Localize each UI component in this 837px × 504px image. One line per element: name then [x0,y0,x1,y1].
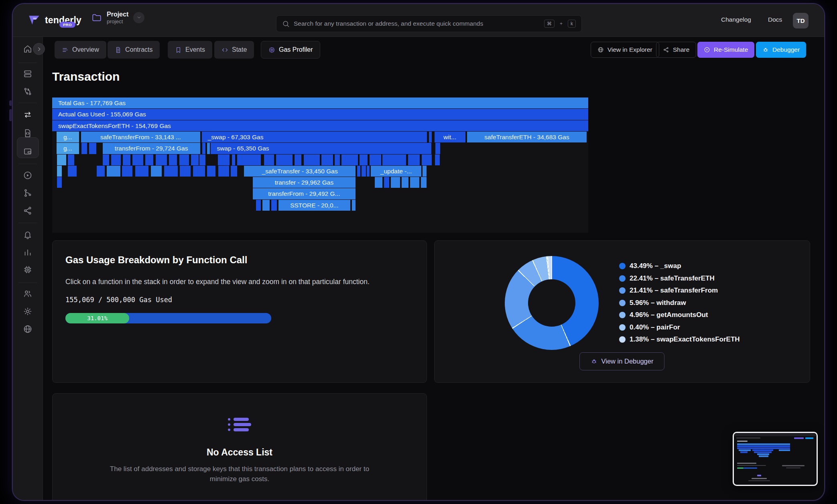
flame-bar[interactable] [384,177,389,188]
sidebar-item-analytics[interactable] [23,248,33,257]
flame-bar[interactable]: safeTransferFrom - 33,143 ... [81,132,200,142]
flame-bar[interactable]: g... [57,143,79,154]
flame-bar[interactable]: wit... [435,132,465,142]
sidebar-item-forks[interactable] [23,188,33,198]
sidebar-item-alerts[interactable] [23,230,33,240]
user-avatar[interactable]: TD [793,13,809,28]
legend-item[interactable]: 5.96% – withdraw [619,300,740,307]
flame-bar[interactable]: _safeTransfer - 33,450 Gas [244,166,356,177]
flame-bar[interactable] [295,154,301,165]
sidebar-item-collaborators[interactable] [23,289,33,299]
flame-bar[interactable]: Total Gas - 177,769 Gas [52,98,588,108]
flame-bar[interactable] [423,166,426,177]
flame-bar[interactable] [207,166,215,177]
minimap-thumbnail[interactable] [733,432,818,486]
flame-bar[interactable] [422,154,432,165]
flame-bar[interactable]: swap - 65,350 Gas [211,143,431,154]
flame-bar[interactable] [304,154,320,165]
flame-bar[interactable]: transfer - 29,962 Gas [253,177,356,188]
flame-bar[interactable] [89,143,96,154]
flame-bar[interactable] [370,154,381,165]
flame-bar[interactable] [264,154,274,165]
flame-bar[interactable] [362,166,366,177]
sidebar-item-contracts[interactable] [23,128,33,138]
flame-bar[interactable] [429,132,432,142]
flame-bar[interactable] [382,154,406,165]
sidebar-item-simulator[interactable] [23,171,33,180]
project-selector[interactable]: Project project [91,10,144,24]
flame-bar[interactable] [107,166,120,177]
flame-bar[interactable] [321,154,333,165]
flame-bar[interactable] [271,200,276,211]
flame-bar[interactable]: _swap - 67,303 Gas [202,132,427,142]
flame-bar[interactable] [103,154,109,165]
legend-item[interactable]: 22.41% – safeTransferETH [619,275,740,282]
flame-bar[interactable] [122,166,133,177]
flame-bar[interactable] [123,154,130,165]
flame-bar[interactable] [164,166,177,177]
flame-bar[interactable] [375,177,382,188]
flame-bar[interactable]: Actual Gas Used - 155,069 Gas [52,109,588,120]
flame-bar[interactable] [151,166,162,177]
flame-bar[interactable]: safeTransferETH - 34,683 Gas [467,132,587,142]
view-in-explorer-button[interactable]: View in Explorer [591,42,659,58]
flame-bar[interactable] [341,154,358,165]
flame-bar[interactable] [132,154,143,165]
flame-bar[interactable] [199,154,205,165]
flame-bar[interactable]: transferFrom - 29,724 Gas [103,143,200,154]
flame-bar[interactable] [408,154,420,165]
flame-bar[interactable] [367,166,370,177]
sidebar-item-wallets[interactable] [23,146,33,156]
flame-bar[interactable] [97,166,105,177]
search-input[interactable]: Search for any transaction or address, a… [276,15,582,32]
flame-bar[interactable] [262,200,270,211]
flame-bar[interactable] [193,166,205,177]
sidebar-item-home[interactable] [23,44,33,54]
flame-bar[interactable]: g... [57,132,79,142]
sidebar-item-testnets[interactable] [23,87,33,96]
tab-gas-profiler[interactable]: Gas Profiler [261,41,320,59]
flame-bar[interactable] [435,154,440,165]
flame-bar[interactable] [391,177,400,188]
sidebar-item-gateway[interactable] [23,265,33,274]
flame-bar[interactable] [68,166,77,177]
flame-bar[interactable] [81,143,87,154]
tab-state[interactable]: State [214,41,254,59]
sidebar-item-nodes[interactable] [23,69,33,79]
flame-bar[interactable] [421,177,426,188]
view-in-debugger-button[interactable]: View in Debugger [579,352,664,370]
docs-link[interactable]: Docs [768,16,782,23]
flame-bar[interactable] [232,154,235,165]
flame-bar[interactable] [145,154,153,165]
project-chevron[interactable] [133,12,144,23]
flame-bar[interactable]: transferFrom - 29,492 G... [253,188,356,199]
donut-chart[interactable] [505,256,599,350]
sidebar-item-settings[interactable] [23,307,33,316]
flame-bar[interactable] [435,143,440,154]
flame-bar[interactable]: _update -... [371,166,422,177]
flame-bar[interactable] [169,154,177,165]
flame-bar[interactable] [68,154,74,165]
legend-item[interactable]: 43.49% – _swap [619,263,740,270]
flame-bar[interactable] [111,154,121,165]
sidebar-item-networks[interactable] [23,324,33,334]
legend-item[interactable]: 4.96% – getAmountsOut [619,312,740,319]
legend-item[interactable]: 1.38% – swapExactTokensForETH [619,336,740,343]
legend-item[interactable]: 21.41% – safeTransferFrom [619,287,740,294]
sidebar-item-web3-actions[interactable] [23,206,33,215]
flame-bar[interactable] [135,166,148,177]
flame-bar[interactable] [256,200,261,211]
flame-bar[interactable] [335,154,340,165]
flame-bar[interactable]: SSTORE - 20,0... [278,200,350,211]
flame-bar[interactable] [357,166,360,177]
flame-bar[interactable] [218,166,229,177]
legend-item[interactable]: 0.40% – pairFor [619,324,740,331]
flame-bar[interactable] [218,154,230,165]
share-button[interactable]: Share [656,42,696,58]
sidebar-item-transactions[interactable] [23,110,33,120]
flame-bar[interactable] [352,200,356,211]
flame-bar[interactable] [180,166,191,177]
changelog-link[interactable]: Changelog [721,16,751,23]
flame-bar[interactable] [57,154,66,165]
flame-bar[interactable] [410,177,419,188]
